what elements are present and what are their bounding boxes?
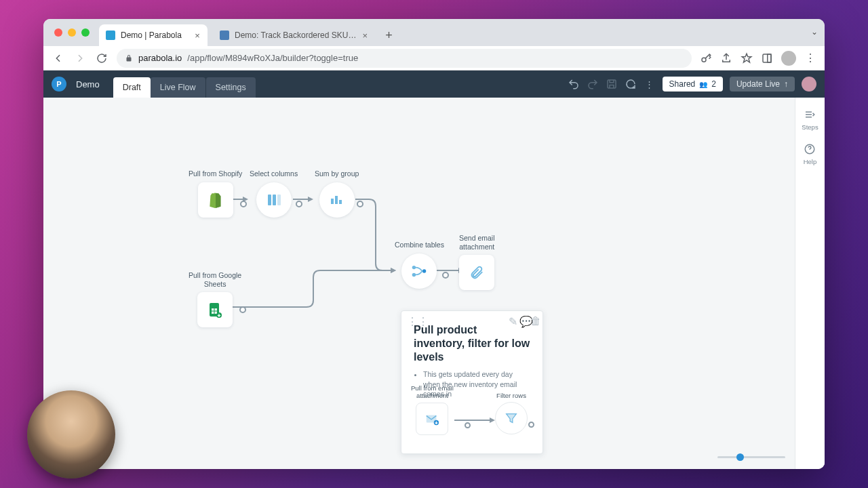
- svg-rect-14: [277, 195, 281, 205]
- svg-marker-7: [308, 197, 313, 202]
- node-body[interactable]: [416, 403, 448, 435]
- undo-icon[interactable]: [568, 78, 580, 90]
- header-actions: ⋮ Shared 👥 2 Update Live ↑: [568, 77, 816, 92]
- browser-window: Demo | Parabola × Demo: Track Backordere…: [43, 19, 825, 469]
- kebab-menu-icon[interactable]: ⋮: [804, 52, 816, 64]
- output-port[interactable]: [240, 201, 247, 207]
- tab-live-flow[interactable]: Live Flow: [151, 77, 205, 98]
- node-sum-by-group[interactable]: Sum by group: [315, 169, 359, 218]
- zoom-slider[interactable]: [717, 456, 785, 458]
- node-label: Send email attachment: [459, 234, 495, 251]
- node-label: Pull from Google Sheets: [189, 271, 241, 288]
- profile-avatar-icon[interactable]: [781, 51, 796, 66]
- tab-draft[interactable]: Draft: [113, 77, 151, 98]
- node-body[interactable]: [459, 255, 494, 290]
- maximize-window-icon[interactable]: [81, 28, 90, 37]
- node-pull-google-sheets[interactable]: Pull from Google Sheets: [189, 271, 241, 327]
- node-pull-shopify[interactable]: Pull from Shopify: [189, 169, 242, 218]
- shared-label: Shared: [669, 79, 696, 89]
- new-tab-button[interactable]: +: [379, 26, 398, 45]
- mini-node-pull-email[interactable]: Pull from email attachment: [411, 384, 454, 435]
- steps-button[interactable]: Steps: [802, 108, 818, 131]
- node-body[interactable]: [401, 253, 437, 289]
- output-port[interactable]: [296, 201, 302, 207]
- back-button[interactable]: [52, 52, 65, 65]
- key-icon[interactable]: [700, 52, 712, 64]
- mini-node-filter-rows[interactable]: Filter rows: [495, 392, 528, 434]
- rail-label: Steps: [802, 123, 818, 131]
- address-actions: ⋮: [700, 51, 816, 66]
- grip-icon: ⋮⋮: [407, 315, 414, 322]
- close-tab-icon[interactable]: ×: [194, 32, 201, 39]
- extensions-icon[interactable]: [761, 52, 773, 64]
- update-live-button[interactable]: Update Live ↑: [730, 77, 795, 92]
- help-icon: [804, 143, 816, 155]
- svg-rect-2: [768, 54, 771, 62]
- shared-button[interactable]: Shared 👥 2: [663, 77, 723, 92]
- flow-name[interactable]: Demo: [76, 79, 100, 89]
- app-logo-icon[interactable]: P: [52, 77, 66, 92]
- share-icon[interactable]: [720, 52, 732, 64]
- favicon-icon: [106, 30, 115, 40]
- google-sheets-icon: [207, 302, 223, 318]
- svg-point-24: [412, 272, 416, 276]
- star-icon[interactable]: [741, 52, 753, 64]
- node-label: Combine tables: [395, 241, 444, 249]
- output-port[interactable]: [239, 306, 246, 313]
- note-drag-handle[interactable]: ⋮⋮: [407, 315, 414, 322]
- forward-button[interactable]: [73, 52, 87, 65]
- node-select-columns[interactable]: Select columns: [250, 169, 298, 218]
- node-body[interactable]: [256, 182, 292, 218]
- tabs-overflow-icon[interactable]: ⌄: [811, 27, 818, 37]
- delete-icon[interactable]: 🗑: [530, 315, 537, 322]
- svg-rect-15: [331, 199, 334, 204]
- svg-point-25: [422, 269, 426, 272]
- browser-tab-inactive[interactable]: Demo: Track Backordered SKU… ×: [213, 24, 375, 46]
- flow-canvas[interactable]: Pull from Shopify Select columns Sum by …: [43, 98, 825, 469]
- columns-icon: [266, 192, 282, 208]
- minimize-window-icon[interactable]: [68, 28, 76, 37]
- people-icon: 👥: [699, 81, 707, 88]
- tab-settings[interactable]: Settings: [205, 77, 256, 98]
- comment-icon[interactable]: 💬: [519, 315, 526, 322]
- svg-rect-16: [335, 196, 338, 204]
- save-icon[interactable]: [606, 78, 618, 90]
- steps-icon: [804, 108, 816, 121]
- node-combine-tables[interactable]: Combine tables: [395, 241, 444, 289]
- output-port[interactable]: [528, 422, 534, 428]
- zoom-thumb[interactable]: [736, 453, 744, 461]
- address-bar: parabola.io/app/flow/M894wRoXJa/builder?…: [43, 46, 825, 70]
- url-input[interactable]: parabola.io/app/flow/M894wRoXJa/builder?…: [117, 49, 692, 68]
- edit-icon[interactable]: ✎: [509, 315, 515, 322]
- close-tab-icon[interactable]: ×: [361, 32, 368, 39]
- svg-rect-3: [608, 80, 616, 88]
- node-body[interactable]: [319, 182, 355, 218]
- note-card[interactable]: ⋮⋮ ✎ 💬 🗑 Pull product inventory, filter …: [401, 310, 543, 454]
- logo-letter: P: [56, 80, 61, 88]
- bar-chart-icon: [329, 192, 345, 208]
- more-icon[interactable]: ⋮: [644, 78, 656, 90]
- funnel-icon: [504, 411, 519, 426]
- connector: [454, 420, 495, 421]
- url-path: /app/flow/M894wRoXJa/builder?toggle=true: [187, 53, 358, 63]
- reload-button[interactable]: [95, 52, 108, 65]
- side-rail: Steps Help: [795, 98, 825, 469]
- output-port[interactable]: [442, 272, 449, 279]
- refresh-icon[interactable]: [625, 78, 637, 90]
- user-avatar-icon[interactable]: [802, 77, 816, 92]
- output-port[interactable]: [357, 201, 363, 207]
- tab-title: Demo | Parabola: [121, 30, 182, 40]
- svg-rect-12: [268, 195, 271, 205]
- node-label: Select columns: [250, 169, 298, 178]
- connector: [355, 199, 396, 273]
- node-body[interactable]: [495, 402, 528, 434]
- browser-tab-active[interactable]: Demo | Parabola ×: [99, 24, 208, 46]
- node-send-email-attachment[interactable]: Send email attachment: [459, 234, 495, 290]
- node-body[interactable]: [198, 182, 233, 218]
- redo-icon[interactable]: [587, 78, 599, 90]
- close-window-icon[interactable]: [54, 28, 62, 37]
- help-button[interactable]: Help: [804, 143, 817, 165]
- svg-rect-17: [339, 200, 342, 204]
- node-body[interactable]: [197, 292, 233, 327]
- output-port[interactable]: [465, 422, 471, 428]
